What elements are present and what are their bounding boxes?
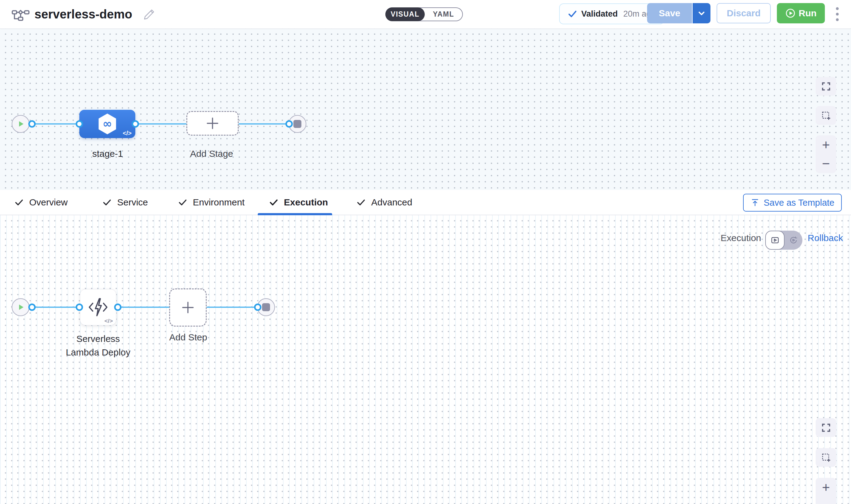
check-icon	[102, 197, 112, 207]
edge	[239, 123, 289, 125]
fullscreen-button[interactable]	[816, 418, 836, 437]
connector-port[interactable]	[76, 120, 83, 128]
pipeline-studio: serverless-demo VISUAL YAML Validated 20…	[0, 0, 851, 504]
upload-arrow-icon	[750, 198, 760, 207]
fullscreen-icon	[821, 422, 831, 433]
pipeline-start-node[interactable]	[12, 115, 30, 133]
play-icon	[16, 119, 25, 128]
step-name-line2: Lambda Deploy	[51, 346, 145, 359]
plus-icon	[181, 300, 195, 315]
chevron-down-icon	[697, 8, 706, 18]
stage-tabbar: Overview Service Environment Execution A…	[0, 190, 851, 215]
connector-port[interactable]	[28, 304, 36, 311]
fullscreen-icon	[821, 81, 831, 92]
tab-environment[interactable]: Environment	[178, 190, 245, 215]
execution-canvas[interactable]: Execution Rollback	[0, 215, 851, 504]
play-icon	[16, 303, 25, 312]
execution-start-node[interactable]	[12, 298, 30, 316]
tab-label: Advanced	[371, 197, 412, 208]
edge	[32, 307, 79, 308]
step-node-serverless-lambda-deploy[interactable]: </>	[80, 289, 116, 325]
active-tab-underline	[258, 213, 332, 215]
connector-port[interactable]	[28, 120, 36, 128]
code-icon: </>	[105, 318, 113, 324]
tab-advanced[interactable]: Advanced	[356, 190, 412, 215]
hexagon-infinity-icon: ∞	[97, 113, 117, 135]
save-button[interactable]: Save	[647, 3, 693, 23]
check-icon	[14, 197, 24, 207]
edit-pencil-icon[interactable]	[144, 8, 155, 20]
execution-rollback-toggle	[765, 231, 802, 250]
circular-arrow-play-icon	[789, 236, 798, 245]
edge	[32, 123, 79, 125]
more-options-button[interactable]	[835, 6, 840, 22]
tab-execution[interactable]: Execution	[269, 190, 328, 215]
tab-label: Environment	[193, 197, 245, 208]
step-name-label[interactable]: Serverless Lambda Deploy	[51, 332, 145, 359]
save-as-template-button[interactable]: Save as Template	[743, 194, 842, 212]
marquee-select-button[interactable]	[816, 448, 836, 467]
zoom-out-button[interactable]: −	[822, 157, 830, 170]
code-lightning-icon	[86, 295, 110, 319]
code-icon: </>	[123, 130, 132, 137]
play-circle-icon	[785, 8, 796, 18]
tab-label: Execution	[284, 197, 328, 208]
tab-overview[interactable]: Overview	[14, 190, 68, 215]
marquee-select-button[interactable]	[816, 106, 836, 125]
zoom-controls: + −	[816, 135, 836, 173]
header: serverless-demo VISUAL YAML Validated 20…	[0, 0, 851, 29]
toggle-yaml[interactable]: YAML	[425, 8, 462, 21]
zoom-in-button[interactable]: +	[822, 138, 830, 151]
run-button[interactable]: Run	[777, 3, 825, 23]
rollback-view-button[interactable]	[784, 231, 802, 250]
save-menu-button[interactable]	[693, 3, 710, 23]
svg-text:∞: ∞	[103, 117, 112, 130]
plus-icon	[205, 116, 220, 131]
visual-yaml-toggle: VISUAL YAML	[385, 7, 463, 21]
save-as-template-label: Save as Template	[764, 198, 834, 208]
zoom-controls: + −	[816, 478, 836, 504]
pipeline-icon	[12, 7, 30, 21]
connector-port[interactable]	[76, 304, 83, 311]
stage-canvas[interactable]: ∞ </> stage-1 Add Stage + −	[0, 29, 851, 190]
check-icon	[568, 9, 577, 18]
stage-name-label[interactable]: stage-1	[76, 148, 139, 159]
zoom-in-button[interactable]: +	[822, 481, 830, 494]
add-step-button[interactable]	[169, 288, 207, 327]
check-icon	[356, 197, 366, 207]
connector-port[interactable]	[254, 304, 261, 311]
save-split-button: Save	[647, 3, 710, 23]
stop-icon	[293, 120, 302, 128]
connector-port[interactable]	[285, 120, 293, 128]
run-label: Run	[799, 8, 817, 18]
marquee-select-icon	[821, 452, 831, 463]
check-icon	[269, 197, 279, 207]
edge	[135, 123, 187, 125]
validated-label: Validated	[581, 9, 618, 19]
connector-port[interactable]	[114, 304, 122, 311]
fullscreen-button[interactable]	[816, 77, 836, 96]
execution-mode-label: Execution	[721, 233, 761, 243]
stop-icon	[262, 303, 270, 311]
add-stage-label[interactable]: Add Stage	[180, 148, 243, 159]
page-title: serverless-demo	[34, 7, 132, 21]
stage-node[interactable]: ∞ </>	[79, 110, 135, 138]
step-name-line1: Serverless	[51, 332, 145, 346]
zoom-out-button[interactable]: −	[822, 499, 830, 504]
add-stage-button[interactable]	[186, 111, 239, 136]
rollback-link[interactable]: Rollback	[808, 233, 843, 243]
execution-view-button[interactable]	[765, 231, 784, 250]
check-icon	[178, 197, 187, 207]
edge	[118, 307, 170, 308]
discard-button[interactable]: Discard	[717, 3, 771, 23]
edge	[207, 307, 258, 308]
toggle-visual[interactable]: VISUAL	[385, 7, 425, 21]
marquee-select-icon	[821, 110, 831, 121]
connector-port[interactable]	[132, 120, 139, 128]
tab-label: Overview	[29, 197, 68, 208]
tab-service[interactable]: Service	[102, 190, 148, 215]
add-step-label[interactable]: Add Step	[158, 332, 219, 343]
play-rectangle-icon	[771, 236, 780, 245]
tab-label: Service	[117, 197, 148, 208]
